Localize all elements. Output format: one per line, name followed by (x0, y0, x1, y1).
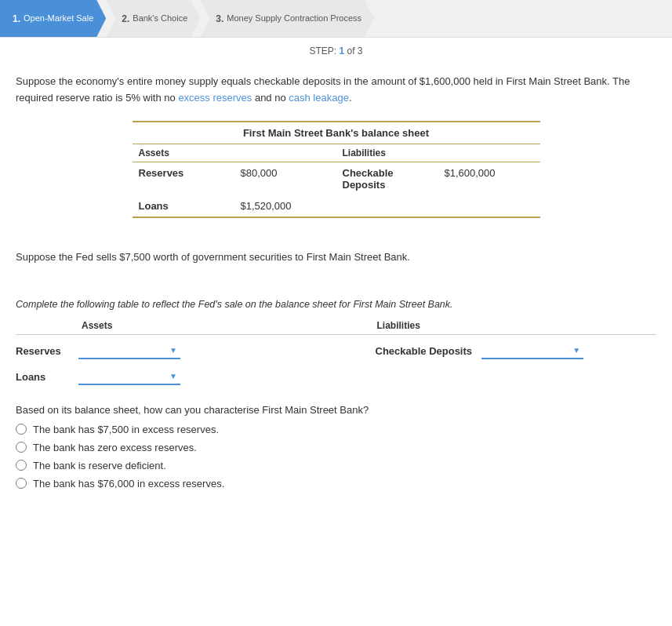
excess-reserves-link[interactable]: excess reserves (178, 92, 252, 104)
assets-header: Assets (133, 144, 336, 162)
liabilities-header: Liabilities (336, 144, 540, 162)
ibs-assets-header: Assets (78, 320, 361, 331)
step-3-label: Money Supply Contraction Process (227, 13, 361, 24)
step-1-label: Open-Market Sale (24, 13, 93, 24)
checkable-dep-label: Checkable Deposits (336, 166, 438, 192)
reserves-label: Reserves (133, 166, 234, 180)
ibs-reserves-label: Reserves (16, 345, 78, 357)
checkable-dropdown[interactable]: $1,592,500 $1,600,000 $1,607,500 (485, 344, 580, 356)
ibs-loans-row: Loans $1,512,500 $1,520,000 $1,527,500 ▼ (16, 364, 656, 390)
radio-input-4[interactable] (16, 478, 27, 489)
radio-input-2[interactable] (16, 442, 27, 453)
interactive-balance-sheet: Assets Liabilities Reserves $72,500 $80,… (16, 320, 656, 390)
main-content: Suppose the economy's entire money suppl… (0, 61, 672, 511)
radio-label-3: The bank is reserve deficient. (33, 460, 166, 471)
radio-option-2[interactable]: The bank has zero excess reserves. (16, 442, 656, 453)
step-3-number: 3. (216, 13, 223, 24)
balance-sheet-title: First Main Street Bank's balance sheet (133, 121, 540, 144)
step-of: of (344, 45, 358, 56)
radio-label-2: The bank has zero excess reserves. (33, 442, 197, 453)
ibs-loans-label: Loans (16, 371, 78, 383)
ibs-checkable-dep-label: Checkable Deposits (376, 345, 473, 357)
total-steps: 3 (358, 45, 363, 56)
radio-section: Based on its balance sheet, how can you … (16, 404, 656, 490)
first-balance-sheet: First Main Street Bank's balance sheet A… (133, 121, 540, 218)
intro-paragraph: Suppose the economy's entire money suppl… (16, 74, 656, 107)
checkable-dep-value: $1,600,000 (438, 166, 540, 180)
stepper: 1. Open-Market Sale 2. Bank's Choice 3. … (0, 0, 672, 38)
loans-label: Loans (133, 198, 234, 213)
step-3[interactable]: 3. Money Supply Contraction Process (200, 0, 374, 37)
radio-label-4: The bank has $76,000 in excess reserves. (33, 478, 224, 490)
step-1-number: 1. (13, 13, 20, 24)
ibs-liabilities-header: Liabilities (361, 320, 657, 331)
loans-dropdown-wrapper[interactable]: $1,512,500 $1,520,000 $1,527,500 ▼ (78, 369, 180, 385)
radio-option-3[interactable]: The bank is reserve deficient. (16, 460, 656, 471)
radio-input-3[interactable] (16, 460, 27, 471)
step-1[interactable]: 1. Open-Market Sale (0, 0, 106, 37)
step-2[interactable]: 2. Bank's Choice (106, 0, 200, 37)
radio-input-1[interactable] (16, 424, 27, 435)
step-prefix: STEP: (309, 45, 339, 56)
loans-dropdown[interactable]: $1,512,500 $1,520,000 $1,527,500 (82, 370, 177, 382)
step-2-number: 2. (122, 13, 129, 24)
step-2-label: Bank's Choice (133, 13, 187, 24)
reserves-dropdown[interactable]: $72,500 $80,000 $87,500 (82, 344, 177, 356)
radio-question: Based on its balance sheet, how can you … (16, 404, 656, 416)
ibs-header: Assets Liabilities (16, 320, 656, 335)
cash-leakage-link[interactable]: cash leakage (289, 92, 349, 104)
radio-label-1: The bank has $7,500 in excess reserves. (33, 424, 219, 435)
radio-option-1[interactable]: The bank has $7,500 in excess reserves. (16, 424, 656, 435)
step-indicator: STEP: 1 of 3 (0, 38, 672, 61)
loans-value: $1,520,000 (234, 198, 336, 213)
checkable-dropdown-wrapper[interactable]: $1,592,500 $1,600,000 $1,607,500 ▼ (481, 343, 583, 359)
balance-row-2: Loans $1,520,000 (133, 195, 540, 218)
reserves-value: $80,000 (234, 166, 336, 180)
balance-sheet-header: Assets Liabilities (133, 144, 540, 162)
section3-italic: Complete the following table to reflect … (16, 297, 656, 312)
empty-label (336, 198, 438, 202)
radio-option-4[interactable]: The bank has $76,000 in excess reserves. (16, 478, 656, 490)
empty-value (438, 198, 540, 202)
section2-text: Suppose the Fed sells $7,500 worth of go… (16, 249, 656, 265)
reserves-dropdown-wrapper[interactable]: $72,500 $80,000 $87,500 ▼ (78, 343, 180, 359)
balance-row-1: Reserves $80,000 Checkable Deposits $1,6… (133, 162, 540, 195)
ibs-reserves-row: Reserves $72,500 $80,000 $87,500 ▼ Check… (16, 338, 656, 364)
